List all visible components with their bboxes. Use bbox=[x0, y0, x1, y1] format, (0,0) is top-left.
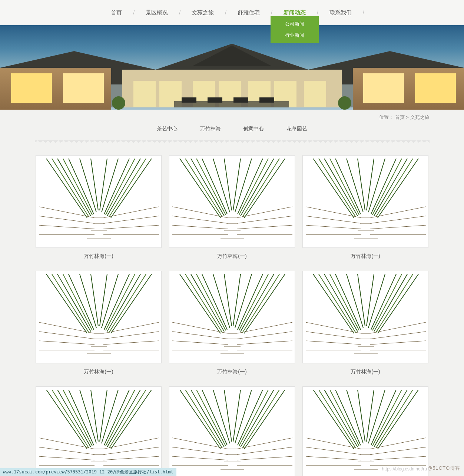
divider-zigzag bbox=[35, 140, 430, 145]
card-caption: 万竹林海(一) bbox=[302, 248, 428, 261]
card-item[interactable]: 万竹林海(一) bbox=[302, 271, 428, 377]
nav-item-overview[interactable]: 景区概况 bbox=[135, 0, 179, 25]
nav-item-tour[interactable]: 文苑之旅 bbox=[180, 0, 225, 25]
card-caption: 万竹林海(一) bbox=[169, 248, 295, 261]
card-thumb-frame bbox=[36, 271, 162, 363]
svg-rect-8 bbox=[363, 73, 404, 103]
submenu-news: 公司新闻 行业新闻 bbox=[271, 16, 319, 43]
card-item[interactable]: 万竹林海(一) bbox=[169, 271, 295, 377]
submenu-item-company-news[interactable]: 公司新闻 bbox=[271, 19, 319, 30]
card-grid: 万竹林海(一) 万竹林海(一) 万竹林海(一) 万竹林海(一) 万竹林海(一) … bbox=[32, 155, 432, 476]
nav-item-contact[interactable]: 联系我们 bbox=[318, 0, 363, 25]
svg-rect-11 bbox=[133, 81, 156, 107]
category-tabs: 茶艺中心 万竹林海 创意中心 花草园艺 bbox=[35, 123, 430, 140]
nav-item-residence[interactable]: 舒雅住宅 bbox=[226, 0, 271, 25]
svg-rect-5 bbox=[11, 73, 52, 103]
card-thumb bbox=[306, 159, 426, 244]
breadcrumb: 位置： 首页 > 文苑之旅 bbox=[35, 110, 430, 123]
breadcrumb-label: 位置： bbox=[379, 114, 394, 120]
card-item[interactable]: 万竹林海(一) bbox=[36, 271, 162, 377]
nav-separator: / bbox=[363, 10, 364, 16]
card-item[interactable]: 万竹林海(一) bbox=[36, 386, 162, 476]
svg-point-25 bbox=[338, 96, 351, 110]
card-thumb bbox=[172, 390, 292, 476]
nav-list: 首页 / 景区概况 / 文苑之旅 / 舒雅住宅 / 新闻动态 公司新闻 行业新闻… bbox=[100, 0, 364, 25]
svg-rect-20 bbox=[208, 97, 222, 103]
svg-rect-21 bbox=[233, 97, 248, 103]
card-thumb bbox=[306, 274, 426, 360]
card-thumb bbox=[39, 274, 159, 360]
card-thumb-frame bbox=[302, 271, 428, 363]
submenu-item-industry-news[interactable]: 行业新闻 bbox=[271, 30, 319, 41]
nav-item-news[interactable]: 新闻动态 公司新闻 行业新闻 bbox=[272, 0, 317, 25]
hero-banner bbox=[0, 25, 464, 110]
svg-rect-22 bbox=[259, 97, 274, 103]
breadcrumb-home[interactable]: 首页 bbox=[395, 114, 405, 120]
status-url: www.17sucai.com/preview/573531/2019-12-2… bbox=[0, 468, 176, 476]
svg-rect-23 bbox=[111, 107, 353, 110]
card-item[interactable]: 万竹林海(一) bbox=[169, 386, 295, 476]
card-thumb bbox=[172, 274, 292, 360]
card-caption: 万竹林海(一) bbox=[36, 363, 162, 377]
card-thumb-frame bbox=[169, 155, 295, 248]
card-thumb bbox=[306, 390, 426, 476]
cat-garden[interactable]: 花草园艺 bbox=[286, 126, 307, 132]
card-caption: 万竹林海(一) bbox=[169, 363, 295, 377]
card-item[interactable]: 万竹林海(一) bbox=[36, 155, 162, 261]
card-item[interactable]: 万竹林海(一) bbox=[302, 155, 428, 261]
svg-rect-17 bbox=[304, 81, 326, 107]
svg-rect-6 bbox=[63, 73, 104, 103]
card-thumb bbox=[39, 159, 159, 244]
card-thumb-frame bbox=[302, 155, 428, 248]
card-thumb-frame bbox=[302, 386, 428, 476]
cat-creative[interactable]: 创意中心 bbox=[243, 126, 264, 132]
card-thumb bbox=[172, 159, 292, 244]
svg-point-24 bbox=[112, 96, 125, 110]
card-item[interactable]: 万竹林海(一) bbox=[169, 155, 295, 261]
card-thumb-frame bbox=[36, 155, 162, 248]
card-caption: 万竹林海(一) bbox=[302, 363, 428, 377]
svg-rect-19 bbox=[182, 97, 196, 103]
watermark-51cto: @51CTO博客 bbox=[427, 465, 460, 472]
svg-rect-9 bbox=[415, 73, 456, 103]
cat-bamboo[interactable]: 万竹林海 bbox=[200, 126, 221, 132]
breadcrumb-sep: > bbox=[406, 114, 409, 120]
card-thumb bbox=[39, 390, 159, 476]
cat-tea[interactable]: 茶艺中心 bbox=[157, 126, 178, 132]
top-nav: 首页 / 景区概况 / 文苑之旅 / 舒雅住宅 / 新闻动态 公司新闻 行业新闻… bbox=[0, 0, 464, 25]
breadcrumb-current[interactable]: 文苑之旅 bbox=[410, 114, 430, 120]
nav-item-home[interactable]: 首页 bbox=[100, 0, 133, 25]
card-thumb-frame bbox=[169, 271, 295, 363]
card-thumb-frame bbox=[169, 386, 295, 476]
card-thumb-frame bbox=[36, 386, 162, 476]
card-item[interactable]: 万竹林海(一) bbox=[302, 386, 428, 476]
card-caption: 万竹林海(一) bbox=[36, 248, 162, 261]
